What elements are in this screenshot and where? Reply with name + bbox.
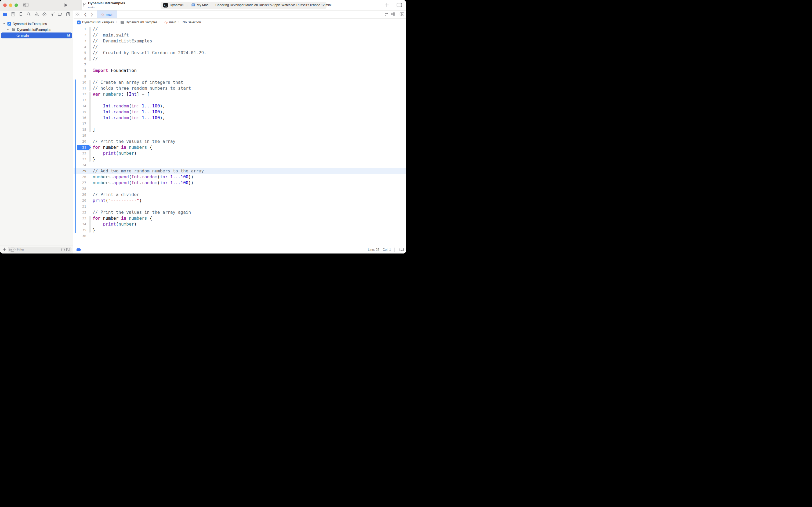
code-line-32[interactable]: 32// Print the values in the array again — [73, 210, 406, 215]
go-back-icon[interactable]: ❮ — [84, 12, 87, 16]
filter-icon[interactable] — [9, 247, 15, 251]
recent-files-clock-icon[interactable] — [61, 247, 65, 251]
line-number[interactable]: 1 — [73, 26, 86, 32]
line-number[interactable]: 9 — [73, 73, 86, 79]
breadcrumb-project[interactable]: DynamicListExamples — [82, 20, 114, 24]
code-line-17[interactable]: 17 — [73, 121, 406, 127]
code-line-33[interactable]: 33for number in numbers { — [73, 215, 406, 221]
test-navigator-icon[interactable] — [41, 11, 47, 17]
line-number[interactable]: 29 — [73, 192, 86, 198]
code-line-13[interactable]: 13 — [73, 97, 406, 103]
line-number[interactable]: 11 — [73, 86, 86, 91]
line-number[interactable]: 34 — [73, 221, 86, 227]
line-number[interactable]: 27 — [73, 180, 86, 186]
code-line-9[interactable]: 9 — [73, 73, 406, 79]
report-navigator-icon[interactable] — [65, 11, 71, 17]
line-number[interactable]: 2 — [73, 32, 86, 38]
line-number[interactable]: 35 — [73, 227, 86, 233]
line-number[interactable]: 30 — [73, 198, 86, 204]
line-number[interactable]: 15 — [73, 109, 86, 115]
code-line-5[interactable]: 5// Created by Russell Gordon on 2024-01… — [73, 50, 406, 56]
split-editor-icon[interactable] — [400, 12, 404, 16]
tab-main[interactable]: main — [97, 10, 117, 18]
code-line-25[interactable]: 25// Add two more random numbers to the … — [73, 168, 406, 174]
debug-navigator-icon[interactable] — [49, 11, 55, 17]
code-line-23[interactable]: 23} — [73, 156, 406, 162]
code-line-22[interactable]: 22 print(number) — [73, 150, 406, 156]
line-number[interactable]: 31 — [73, 204, 86, 210]
line-number[interactable]: 32 — [73, 210, 86, 215]
code-line-34[interactable]: 34 print(number) — [73, 221, 406, 227]
breadcrumb-file[interactable]: main — [169, 20, 176, 24]
related-items-grid-icon[interactable] — [75, 12, 79, 16]
breadcrumb-group[interactable]: DynamicListExamples — [126, 20, 157, 24]
add-editor-plus-icon[interactable] — [385, 3, 389, 7]
code-line-27[interactable]: 27numbers.append(Int.random(in: 1...100)… — [73, 180, 406, 186]
code-line-19[interactable]: 19 — [73, 133, 406, 138]
go-forward-icon[interactable]: ❯ — [90, 12, 94, 16]
line-number[interactable]: 21 — [73, 145, 86, 150]
add-file-plus-icon[interactable] — [2, 247, 6, 251]
line-number[interactable]: 24 — [73, 162, 86, 168]
source-control-navigator-icon[interactable] — [10, 11, 16, 17]
line-number[interactable]: 26 — [73, 174, 86, 180]
line-number[interactable]: 6 — [73, 56, 86, 62]
sidebar-item-dynamiclistexamples[interactable]: DynamicListExamples — [0, 26, 73, 33]
code-line-26[interactable]: 26numbers.append(Int.random(in: 1...100)… — [73, 174, 406, 180]
line-number[interactable]: 22 — [73, 150, 86, 156]
zoom-window-button[interactable] — [14, 3, 18, 7]
filter-input[interactable]: Filter — [8, 247, 71, 252]
code-line-30[interactable]: 30print("----------") — [73, 198, 406, 204]
code-line-8[interactable]: 8import Foundation — [73, 68, 406, 73]
line-number[interactable]: 8 — [73, 68, 86, 73]
code-line-20[interactable]: 20// Print the values in the array — [73, 138, 406, 145]
line-number[interactable]: 18 — [73, 127, 86, 133]
toggle-inspectors-icon[interactable] — [397, 3, 402, 7]
sidebar-item-dynamiclistexamples[interactable]: ADynamicListExamples — [0, 21, 73, 26]
code-line-16[interactable]: 16 Int.random(in: 1...100), — [73, 115, 406, 121]
code-line-3[interactable]: 3// DynamicListExamples — [73, 38, 406, 44]
minimize-window-button[interactable] — [9, 3, 12, 7]
scheme-destination-bar[interactable]: >_ DynamicL 〉 My Mac Checking Developer … — [161, 2, 327, 9]
line-number[interactable]: 16 — [73, 115, 86, 121]
sidebar-item-main[interactable]: mainM — [0, 33, 73, 39]
adjust-editor-options-icon[interactable] — [391, 12, 395, 16]
run-button[interactable] — [64, 3, 68, 7]
line-number[interactable]: 3 — [73, 38, 86, 44]
disclosure-chevron-icon[interactable] — [7, 26, 9, 33]
bookmark-navigator-icon[interactable] — [18, 11, 24, 17]
breakpoints-enabled-tag-icon[interactable] — [76, 248, 80, 251]
line-number[interactable]: 10 — [73, 79, 86, 86]
code-line-12[interactable]: 12var numbers: [Int] = [ — [73, 91, 406, 97]
line-number[interactable]: 28 — [73, 186, 86, 192]
issue-navigator-icon[interactable] — [34, 11, 40, 17]
source-control-status-icon[interactable] — [66, 247, 70, 251]
code-line-14[interactable]: 14 Int.random(in: 1...100), — [73, 103, 406, 109]
line-number[interactable]: 23 — [73, 156, 86, 162]
line-number[interactable]: 20 — [73, 138, 86, 145]
code-line-24[interactable]: 24 — [73, 162, 406, 168]
code-line-6[interactable]: 6// — [73, 56, 406, 62]
close-window-button[interactable] — [3, 3, 7, 7]
line-number[interactable]: 25 — [73, 168, 86, 174]
line-number[interactable]: 14 — [73, 103, 86, 109]
code-review-icon[interactable] — [384, 12, 389, 16]
line-number[interactable]: 12 — [73, 91, 86, 97]
line-number[interactable]: 36 — [73, 233, 86, 239]
code-line-36[interactable]: 36 — [73, 233, 406, 239]
code-line-1[interactable]: 1// — [73, 26, 406, 32]
breadcrumb-selection[interactable]: No Selection — [183, 20, 201, 24]
code-line-15[interactable]: 15 Int.random(in: 1...100), — [73, 109, 406, 115]
line-number[interactable]: 33 — [73, 215, 86, 221]
run-destination[interactable]: My Mac — [197, 3, 209, 7]
code-line-4[interactable]: 4// — [73, 44, 406, 50]
line-number[interactable]: 7 — [73, 62, 86, 68]
scheme-name[interactable]: DynamicL — [170, 3, 185, 7]
project-navigator-icon[interactable] — [2, 11, 8, 17]
code-line-31[interactable]: 31 — [73, 204, 406, 210]
editor-only-layout-icon[interactable] — [399, 247, 404, 251]
code-line-35[interactable]: 35} — [73, 227, 406, 233]
disclosure-chevron-icon[interactable] — [3, 21, 5, 26]
code-line-18[interactable]: 18] — [73, 127, 406, 133]
breakpoint-navigator-icon[interactable] — [57, 11, 63, 17]
